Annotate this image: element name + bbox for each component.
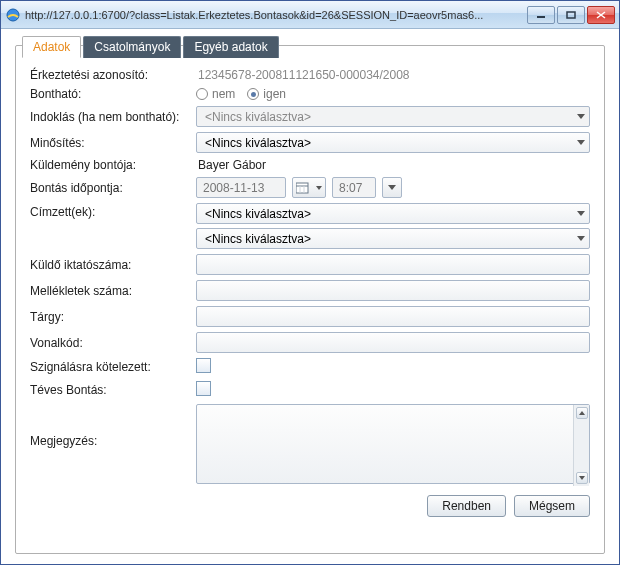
checkbox-szignalasra[interactable] (196, 358, 211, 373)
input-vonalkod[interactable] (196, 332, 590, 353)
label-megjegyzes: Megjegyzés: (30, 404, 190, 448)
scroll-down-icon[interactable] (576, 472, 588, 484)
chevron-down-icon (573, 229, 589, 248)
select-cimzett-1-text: <Nincs kiválasztva> (201, 207, 573, 221)
value-kuldemeny-bontoja: Bayer Gábor (196, 158, 590, 172)
date-time-row (196, 177, 590, 198)
value-erkeztetesi-azonosito: 12345678-200811121650-000034/2008 (196, 68, 590, 82)
chevron-down-icon (316, 186, 322, 190)
radio-igen[interactable]: igen (247, 87, 286, 101)
tab-bar: Adatok Csatolmányok Egyéb adatok (22, 36, 279, 58)
scroll-up-icon[interactable] (576, 407, 588, 419)
chevron-down-icon (573, 107, 589, 126)
label-kuldemeny-bontoja: Küldemény bontója: (30, 158, 190, 172)
select-minosites-text: <Nincs kiválasztva> (201, 136, 573, 150)
select-indoklas[interactable]: <Nincs kiválasztva> (196, 106, 590, 127)
label-szignalasra: Szignálásra kötelezett: (30, 360, 190, 374)
radio-dot-nem (196, 88, 208, 100)
radio-nem-label: nem (212, 87, 235, 101)
maximize-button[interactable] (557, 6, 585, 24)
scrollbar[interactable] (573, 405, 589, 486)
select-cimzett-1[interactable]: <Nincs kiválasztva> (196, 203, 590, 224)
textarea-megjegyzes[interactable] (196, 404, 590, 484)
close-button[interactable] (587, 6, 615, 24)
label-indoklas: Indoklás (ha nem bontható): (30, 110, 190, 124)
time-input[interactable] (332, 177, 376, 198)
label-minosites: Minősítés: (30, 136, 190, 150)
svg-rect-2 (567, 12, 575, 18)
url-text: http://127.0.0.1:6700/?class=Listak.Erke… (25, 9, 521, 21)
titlebar: http://127.0.0.1:6700/?class=Listak.Erke… (1, 1, 619, 29)
form-frame: Adatok Csatolmányok Egyéb adatok Érkezte… (15, 45, 605, 554)
radio-igen-label: igen (263, 87, 286, 101)
ok-button[interactable]: Rendben (427, 495, 506, 517)
minimize-button[interactable] (527, 6, 555, 24)
checkbox-teves-bontas[interactable] (196, 381, 211, 396)
content-area: Adatok Csatolmányok Egyéb adatok Érkezte… (1, 29, 619, 564)
calendar-button[interactable] (292, 177, 326, 198)
chevron-down-icon (573, 133, 589, 152)
radio-nem[interactable]: nem (196, 87, 235, 101)
label-targy: Tárgy: (30, 310, 190, 324)
select-minosites[interactable]: <Nincs kiválasztva> (196, 132, 590, 153)
textarea-wrapper (196, 404, 590, 487)
radio-group-bonthato: nem igen (196, 87, 590, 101)
chevron-down-icon (573, 204, 589, 223)
label-bonthato: Bontható: (30, 87, 190, 101)
label-bontas-idopontja: Bontás időpontja: (30, 181, 190, 195)
time-dropdown-button[interactable] (382, 177, 402, 198)
label-vonalkod: Vonalkód: (30, 336, 190, 350)
select-indoklas-text: <Nincs kiválasztva> (201, 110, 573, 124)
radio-dot-igen (247, 88, 259, 100)
label-erkeztetesi-azonosito: Érkeztetési azonosító: (30, 68, 190, 82)
svg-marker-9 (309, 186, 313, 190)
tab-adatok[interactable]: Adatok (22, 36, 81, 58)
select-cimzett-2-text: <Nincs kiválasztva> (201, 232, 573, 246)
cimzettek-group: <Nincs kiválasztva> <Nincs kiválasztva> (196, 203, 590, 249)
form-grid: Érkeztetési azonosító: 12345678-20081112… (30, 68, 590, 487)
button-row: Rendben Mégsem (30, 495, 590, 517)
input-kuldo-iktatoszama[interactable] (196, 254, 590, 275)
label-teves-bontas: Téves Bontás: (30, 383, 190, 397)
label-cimzettek: Címzett(ek): (30, 203, 190, 219)
ie-icon (5, 7, 21, 23)
input-targy[interactable] (196, 306, 590, 327)
tab-egyeb-adatok[interactable]: Egyéb adatok (183, 36, 278, 58)
cancel-button[interactable]: Mégsem (514, 495, 590, 517)
select-cimzett-2[interactable]: <Nincs kiválasztva> (196, 228, 590, 249)
dialog-window: http://127.0.0.1:6700/?class=Listak.Erke… (0, 0, 620, 565)
label-mellekletek-szama: Mellékletek száma: (30, 284, 190, 298)
window-buttons (527, 6, 615, 24)
date-input[interactable] (196, 177, 286, 198)
input-mellekletek-szama[interactable] (196, 280, 590, 301)
svg-rect-5 (296, 183, 308, 193)
label-kuldo-iktatoszama: Küldő iktatószáma: (30, 258, 190, 272)
tab-csatolmanyok[interactable]: Csatolmányok (83, 36, 181, 58)
chevron-down-icon (388, 185, 396, 190)
